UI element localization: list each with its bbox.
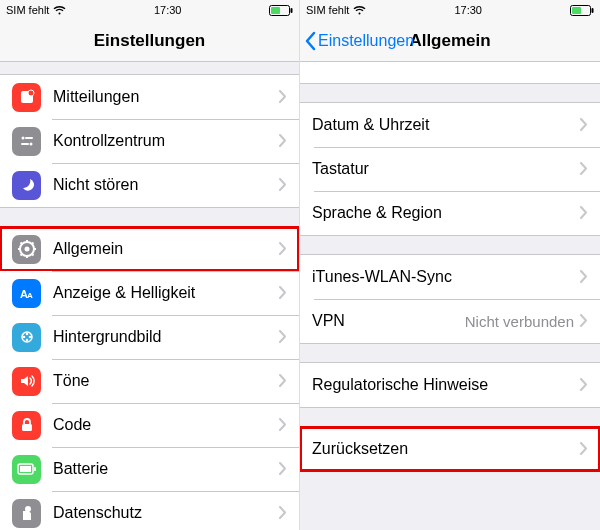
svg-point-30 bbox=[25, 506, 31, 512]
svg-rect-8 bbox=[21, 143, 29, 145]
sounds-icon bbox=[12, 367, 41, 396]
row-label: Datenschutz bbox=[53, 504, 279, 522]
row-label: Zurücksetzen bbox=[312, 440, 580, 458]
general-row[interactable]: iTunes-WLAN-Sync bbox=[300, 255, 600, 299]
wallpaper-icon bbox=[12, 323, 41, 352]
chevron-right-icon bbox=[580, 313, 588, 330]
chevron-right-icon bbox=[279, 417, 287, 434]
settings-row-display[interactable]: AAAnzeige & Helligkeit bbox=[0, 271, 299, 315]
chevron-right-icon bbox=[580, 205, 588, 222]
wifi-icon bbox=[53, 5, 66, 15]
wifi-icon bbox=[353, 5, 366, 15]
dnd-icon bbox=[12, 171, 41, 200]
carrier-text: SIM fehlt bbox=[6, 4, 49, 16]
chevron-right-icon bbox=[580, 377, 588, 394]
settings-row-privacy[interactable]: Datenschutz bbox=[0, 491, 299, 530]
settings-row-wallpaper[interactable]: Hintergrundbild bbox=[0, 315, 299, 359]
navbar: Einstellungen Allgemein bbox=[300, 20, 600, 62]
svg-rect-26 bbox=[22, 424, 32, 431]
chevron-right-icon bbox=[279, 505, 287, 522]
svg-point-24 bbox=[25, 339, 28, 342]
row-label: Hintergrundbild bbox=[53, 328, 279, 346]
chevron-right-icon bbox=[279, 373, 287, 390]
settings-row-general[interactable]: Allgemein bbox=[0, 227, 299, 271]
general-row[interactable]: Sprache & Region bbox=[300, 191, 600, 235]
general-list[interactable]: Datum & UhrzeitTastaturSprache & Regioni… bbox=[300, 62, 600, 530]
svg-point-23 bbox=[28, 336, 31, 339]
passcode-icon bbox=[12, 411, 41, 440]
svg-point-7 bbox=[29, 143, 32, 146]
navbar-title: Einstellungen bbox=[94, 31, 205, 51]
chevron-right-icon bbox=[279, 461, 287, 478]
row-label: Nicht stören bbox=[53, 176, 279, 194]
svg-line-16 bbox=[31, 254, 33, 256]
svg-rect-33 bbox=[572, 7, 581, 14]
settings-row-dnd[interactable]: Nicht stören bbox=[0, 163, 299, 207]
svg-text:A: A bbox=[27, 291, 33, 300]
chevron-right-icon bbox=[279, 241, 287, 258]
settings-row-control-center[interactable]: Kontrollzentrum bbox=[0, 119, 299, 163]
row-label: Datum & Uhrzeit bbox=[312, 116, 580, 134]
row-detail: Nicht verbunden bbox=[465, 313, 574, 330]
settings-list[interactable]: MitteilungenKontrollzentrumNicht störenA… bbox=[0, 62, 299, 530]
svg-point-5 bbox=[21, 137, 24, 140]
left-screen: SIM fehlt 17:30 Einstellungen Mitteilung… bbox=[0, 0, 300, 530]
chevron-right-icon bbox=[580, 117, 588, 134]
svg-point-25 bbox=[22, 336, 25, 339]
status-bar: SIM fehlt 17:30 bbox=[0, 0, 299, 20]
settings-row-sounds[interactable]: Töne bbox=[0, 359, 299, 403]
settings-row-notifications[interactable]: Mitteilungen bbox=[0, 75, 299, 119]
row-label: Kontrollzentrum bbox=[53, 132, 279, 150]
chevron-right-icon bbox=[580, 161, 588, 178]
status-time: 17:30 bbox=[154, 4, 182, 16]
chevron-right-icon bbox=[279, 177, 287, 194]
carrier-text: SIM fehlt bbox=[306, 4, 349, 16]
svg-rect-29 bbox=[20, 466, 31, 472]
chevron-right-icon bbox=[279, 133, 287, 150]
chevron-right-icon bbox=[279, 329, 287, 346]
row-label: Code bbox=[53, 416, 279, 434]
row-label: VPN bbox=[312, 312, 465, 330]
chevron-right-icon bbox=[580, 441, 588, 458]
navbar-title: Allgemein bbox=[409, 31, 490, 51]
svg-rect-2 bbox=[271, 7, 280, 14]
svg-line-15 bbox=[20, 243, 22, 245]
right-screen: SIM fehlt 17:30 Einstellungen Allgemein … bbox=[300, 0, 600, 530]
settings-row-passcode[interactable]: Code bbox=[0, 403, 299, 447]
back-label: Einstellungen bbox=[318, 32, 414, 50]
row-label: Anzeige & Helligkeit bbox=[53, 284, 279, 302]
svg-line-18 bbox=[31, 243, 33, 245]
back-button[interactable]: Einstellungen bbox=[304, 31, 414, 51]
chevron-right-icon bbox=[279, 89, 287, 106]
general-row[interactable]: Zurücksetzen bbox=[300, 427, 600, 471]
svg-rect-1 bbox=[291, 8, 293, 13]
row-label: iTunes-WLAN-Sync bbox=[312, 268, 580, 286]
navbar: Einstellungen bbox=[0, 20, 299, 62]
control-center-icon bbox=[12, 127, 41, 156]
privacy-icon bbox=[12, 499, 41, 528]
display-icon: AA bbox=[12, 279, 41, 308]
row-label: Allgemein bbox=[53, 240, 279, 258]
general-row[interactable]: Datum & Uhrzeit bbox=[300, 103, 600, 147]
svg-point-10 bbox=[24, 247, 29, 252]
status-bar: SIM fehlt 17:30 bbox=[300, 0, 600, 20]
row-label: Batterie bbox=[53, 460, 279, 478]
row-label: Tastatur bbox=[312, 160, 580, 178]
row-label: Sprache & Region bbox=[312, 204, 580, 222]
general-row[interactable]: Regulatorische Hinweise bbox=[300, 363, 600, 407]
battery-icon bbox=[269, 5, 293, 16]
general-row[interactable]: VPNNicht verbunden bbox=[300, 299, 600, 343]
svg-point-22 bbox=[25, 333, 28, 336]
battery-icon bbox=[570, 5, 594, 16]
status-time: 17:30 bbox=[454, 4, 482, 16]
general-icon bbox=[12, 235, 41, 264]
settings-row-battery[interactable]: Batterie bbox=[0, 447, 299, 491]
svg-rect-32 bbox=[592, 8, 594, 13]
general-row[interactable]: Tastatur bbox=[300, 147, 600, 191]
svg-rect-6 bbox=[25, 137, 33, 139]
notifications-icon bbox=[12, 83, 41, 112]
row-label: Regulatorische Hinweise bbox=[312, 376, 580, 394]
row-label: Mitteilungen bbox=[53, 88, 279, 106]
svg-point-4 bbox=[28, 90, 34, 96]
svg-line-17 bbox=[20, 254, 22, 256]
